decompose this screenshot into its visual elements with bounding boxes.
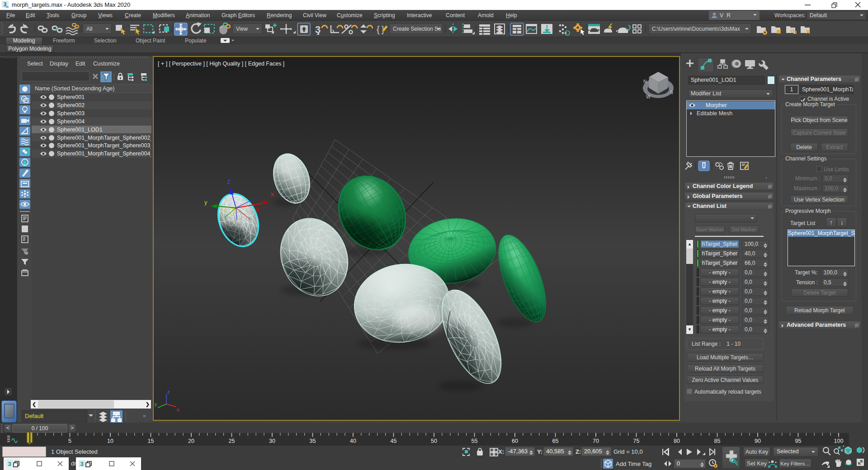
- svg-text:55: 55: [472, 438, 478, 444]
- svg-text:40: 40: [350, 438, 356, 444]
- svg-text:S: S: [670, 89, 673, 95]
- svg-text:60: 60: [512, 438, 518, 444]
- svg-text:95: 95: [795, 438, 802, 444]
- svg-text:Z: Z: [227, 179, 231, 185]
- svg-text:X: X: [270, 191, 274, 198]
- svg-text:85: 85: [714, 438, 721, 444]
- svg-text:z: z: [167, 389, 170, 395]
- svg-text:10: 10: [107, 438, 113, 444]
- svg-text:y: y: [155, 401, 157, 407]
- svg-text:65: 65: [552, 438, 559, 444]
- svg-text:70: 70: [593, 438, 599, 444]
- svg-text:25: 25: [229, 438, 235, 444]
- svg-text:20: 20: [188, 438, 194, 444]
- svg-text:45: 45: [391, 438, 397, 444]
- svg-text:100: 100: [834, 438, 844, 444]
- svg-text:30: 30: [269, 438, 275, 444]
- svg-text:W: W: [646, 94, 651, 99]
- svg-text:3: 3: [80, 461, 83, 467]
- svg-text:y: y: [204, 199, 208, 206]
- svg-text:5: 5: [68, 438, 71, 444]
- svg-text:90: 90: [755, 438, 761, 444]
- svg-text:3: 3: [8, 461, 11, 467]
- svg-text:35: 35: [310, 438, 316, 444]
- svg-text:75: 75: [633, 438, 640, 444]
- svg-text:50: 50: [431, 438, 437, 444]
- svg-text:N: N: [643, 79, 647, 84]
- svg-text:x: x: [177, 407, 179, 412]
- svg-text:80: 80: [674, 438, 680, 444]
- svg-text:15: 15: [148, 438, 154, 444]
